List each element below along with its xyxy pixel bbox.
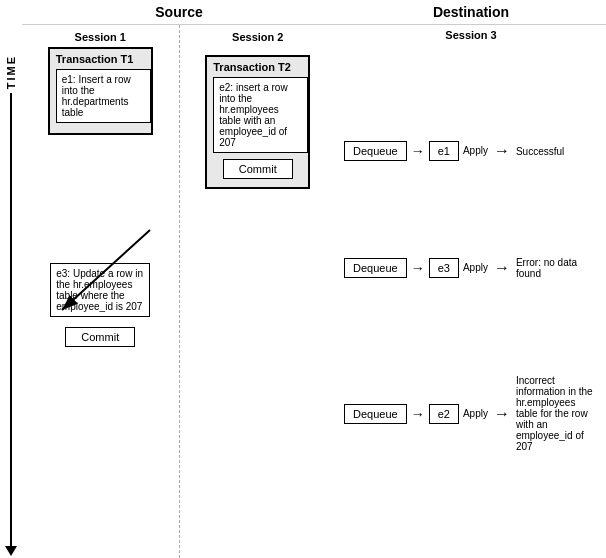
- result-e1: Successful: [516, 146, 564, 157]
- dest-content: Dequeue → e1 Apply → Successful Dequeue …: [336, 43, 606, 558]
- apply-arrow-3: →: [494, 405, 510, 423]
- session1-column: Session 1 Transaction T1 e1: Insert a ro…: [22, 25, 180, 558]
- event1-box: e1: Insert a row into the hr.departments…: [56, 69, 151, 123]
- result-e2: Incorrect information in the hr.employee…: [516, 375, 598, 452]
- arrow-1a: →: [411, 144, 425, 158]
- event-box-e1: e1: [429, 141, 459, 161]
- session1-header: Session 1: [75, 31, 126, 43]
- transaction-t1-box: Transaction T1 e1: Insert a row into the…: [48, 47, 153, 135]
- arrow-3a: →: [411, 407, 425, 421]
- arrow-2b: Apply: [463, 263, 488, 273]
- dequeue-box-1: Dequeue: [344, 141, 407, 161]
- session2-column: Session 2 Transaction T2 e2: insert a ro…: [180, 25, 337, 558]
- transaction-t2-box: Transaction T2 e2: insert a row into the…: [205, 55, 310, 189]
- dest-row-e3: Dequeue → e3 Apply → Error: no data foun…: [344, 257, 598, 279]
- diagram-container: TIME Source Session 1 Transaction T1 e1:…: [0, 0, 606, 558]
- dest-row-e2: Dequeue → e2 Apply → Incorrect informati…: [344, 375, 598, 452]
- destination-header: Destination: [336, 0, 606, 25]
- dest-row-e1: Dequeue → e1 Apply → Successful: [344, 141, 598, 161]
- event-box-e3: e3: [429, 258, 459, 278]
- apply-arrow-2: →: [494, 259, 510, 277]
- time-arrow: TIME: [0, 0, 22, 558]
- arrow-2a: →: [411, 261, 425, 275]
- result-e3: Error: no data found: [516, 257, 598, 279]
- source-header: Source: [22, 0, 336, 25]
- event3-box: e3: Update a row in the hr.employees tab…: [50, 263, 150, 317]
- sessions-wrapper: Session 1 Transaction T1 e1: Insert a ro…: [22, 25, 336, 558]
- dequeue-box-3: Dequeue: [344, 404, 407, 424]
- arrow-3b: Apply: [463, 409, 488, 419]
- source-section: Source Session 1 Transaction T1 e1: Inse…: [22, 0, 336, 558]
- event2-box: e2: insert a row into the hr.employees t…: [213, 77, 308, 153]
- dequeue-box-2: Dequeue: [344, 258, 407, 278]
- time-label: TIME: [5, 55, 17, 89]
- transaction-t2-title: Transaction T2: [213, 61, 302, 73]
- session2-header: Session 2: [232, 31, 283, 43]
- event-box-e2: e2: [429, 404, 459, 424]
- session3-header: Session 3: [336, 25, 606, 43]
- session2-commit-box: Commit: [223, 159, 293, 179]
- arrow-1b: Apply: [463, 146, 488, 156]
- apply-arrow-1: →: [494, 142, 510, 160]
- transaction-t1-title: Transaction T1: [56, 53, 145, 65]
- session1-commit-box: Commit: [65, 327, 135, 347]
- destination-section: Destination Session 3 Dequeue → e1 Apply…: [336, 0, 606, 558]
- time-line: [10, 93, 12, 548]
